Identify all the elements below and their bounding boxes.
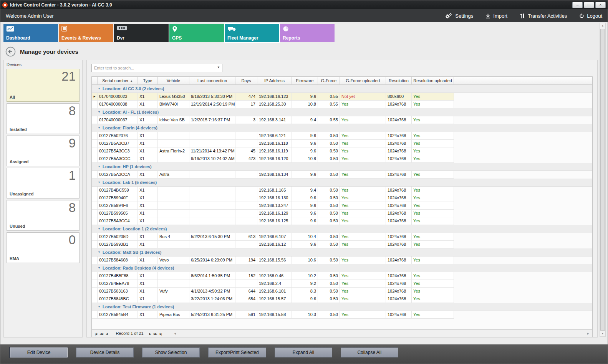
group-row[interactable]: ▾Location: Florin (4 devices) xyxy=(92,124,592,132)
nav-next-icon[interactable]: ▶ xyxy=(149,333,151,335)
tab-fleet-manager[interactable]: Fleet Manager xyxy=(225,24,279,42)
chevron-down-icon[interactable]: ▼ xyxy=(217,66,220,69)
column-header-resolution[interactable]: Resolution xyxy=(386,77,412,85)
vertical-scrollbar[interactable]: ▲ ▼ xyxy=(600,23,606,337)
search-input[interactable] xyxy=(92,64,222,72)
scroll-down-icon[interactable]: ▼ xyxy=(600,331,605,336)
cell-days: 474 xyxy=(235,93,257,101)
group-row[interactable]: ▾Location: Location 1 (2 devices) xyxy=(92,225,592,233)
device-row[interactable]: 00127B5A3CC3X1Astra Florin-211/21/2014 4… xyxy=(92,147,592,155)
column-header-ip[interactable]: IP Address xyxy=(257,77,292,85)
column-header-last_connection[interactable]: Last connection xyxy=(189,77,235,85)
cell-ip: 192.168.16.118 xyxy=(257,140,292,147)
cell-serial: 00127B502076 xyxy=(98,132,138,140)
tab-reports[interactable]: Reports xyxy=(280,24,335,42)
group-row[interactable]: ▾Location: HP (1 devices) xyxy=(92,163,592,171)
filter-card-all[interactable]: 21All xyxy=(7,69,80,102)
filter-card-unassigned[interactable]: 1Unassigned xyxy=(7,168,80,199)
device-row[interactable]: 00127B5845BCX13/22/2013 1:24:06 PM654192… xyxy=(92,295,592,303)
column-header-gforce_uploaded[interactable]: G-Force uploaded xyxy=(340,77,386,85)
device-details-button[interactable]: Device Details xyxy=(76,347,134,357)
toolbar-action-settings[interactable]: Settings xyxy=(445,13,473,19)
column-header-days[interactable]: Days xyxy=(235,77,257,85)
device-row[interactable]: 00127B59940FX1192.168.16.1309.60.50Yes10… xyxy=(92,194,592,202)
column-header-resolution_uploaded[interactable]: Resolution uploaded xyxy=(412,77,454,85)
tab-events-reviews[interactable]: Events & Reviews xyxy=(59,24,113,42)
group-row[interactable]: ▾Location: Radu Desktop (4 devices) xyxy=(92,264,592,272)
nav-last-icon[interactable]: ▶| xyxy=(160,333,162,335)
group-row[interactable]: ▾Location: Al - FL (1 devices) xyxy=(92,108,592,116)
device-row[interactable]: 00127B599505X1192.168.16.1299.60.50Yes10… xyxy=(92,210,592,217)
cell-last_connection: 3/22/2013 1:24:06 PM xyxy=(189,295,235,303)
row-filler xyxy=(454,187,592,194)
filter-card-rma[interactable]: 0RMA xyxy=(7,232,80,263)
device-row[interactable]: 00127B5A3CCAX1Astra192.168.16.1349.60.50… xyxy=(92,171,592,179)
cell-last_connection: 5/2/2013 6:15:30 PM xyxy=(189,233,235,241)
group-row[interactable]: ▾Location: Al CC 3.0 (2 devices) xyxy=(92,85,592,93)
filter-card-assigned[interactable]: 9Assigned xyxy=(7,136,80,166)
export-print-selected-button[interactable]: Export/Print Selected xyxy=(208,347,266,357)
column-header-type[interactable]: Type xyxy=(138,77,158,85)
nav-first-icon[interactable]: |◀ xyxy=(95,333,97,335)
hscroll-left-icon[interactable]: ◀ xyxy=(174,332,176,335)
device-row[interactable]: 00127B50205DX1Bus 45/2/2013 6:15:30 PM61… xyxy=(92,233,592,241)
reports-pie-icon xyxy=(283,26,332,33)
group-row[interactable]: ▾Location: Lab 1 (5 devices) xyxy=(92,179,592,187)
cell-ip: 192.168.16.123 xyxy=(257,93,292,101)
device-row[interactable]: ►017040000023X1Lexus GS3509/18/2013 5:30… xyxy=(92,93,592,101)
tab-gps[interactable]: GPS xyxy=(169,24,224,42)
close-button[interactable]: × xyxy=(595,2,606,8)
maximize-button[interactable]: □ xyxy=(584,2,594,8)
nav-prev-icon[interactable]: ◀ xyxy=(106,333,107,335)
device-row[interactable]: 00127B503163X1Vufy4/1/2013 4:50:32 PM644… xyxy=(92,288,592,295)
column-header-vehicle[interactable]: Vehicle xyxy=(158,77,189,85)
device-row[interactable]: 017040000037X1idrive Van SB1/2/2015 7:16… xyxy=(92,116,592,124)
header-filler xyxy=(454,77,592,85)
device-row[interactable]: 00127B584608X1Vovo6/25/2014 6:23:09 PM19… xyxy=(92,256,592,264)
device-row[interactable]: 00127B5A3CC4X1192.168.16.1259.60.50Yes10… xyxy=(92,217,592,225)
toolbar-action-import[interactable]: Import xyxy=(485,13,507,19)
edit-device-button[interactable]: Edit Device xyxy=(10,347,68,357)
cell-serial: 00127B50205D xyxy=(98,233,138,241)
row-filler xyxy=(454,280,592,288)
device-row[interactable]: 017040000038X1BMW740i12/19/2014 2:50:19 … xyxy=(92,101,592,108)
show-selection-button[interactable]: Show Selection xyxy=(142,347,200,357)
collapse-all-button[interactable]: Collapse All xyxy=(341,347,398,357)
cell-firmware: 9.4 xyxy=(292,187,318,194)
toolbar-action-logout[interactable]: Logout xyxy=(579,13,602,19)
scroll-up-icon[interactable]: ▲ xyxy=(600,23,605,28)
cell-resolution: 1024x768 xyxy=(386,194,412,202)
hscroll-right-icon[interactable]: ▶ xyxy=(587,332,589,335)
expand-all-button[interactable]: Expand All xyxy=(275,347,332,357)
device-row[interactable]: 00127B5A3CCCX19/19/2013 10:24:02 AM47319… xyxy=(92,155,592,163)
device-row[interactable]: 00127B502076X1192.168.6.1219.60.50Yes102… xyxy=(92,132,592,140)
device-row[interactable]: 00127B5994F6X1192.168.13.2479.60.50Yes10… xyxy=(92,202,592,210)
cell-type: X1 xyxy=(138,171,158,179)
cell-serial: 00127B5994F6 xyxy=(98,202,138,210)
device-row[interactable]: 00127B4EEA78X1192.168.2.49.20.50Yes1024x… xyxy=(92,280,592,288)
column-header-serial[interactable]: Serial number▲ xyxy=(98,77,138,85)
cell-last_connection: 4/1/2013 4:50:32 PM xyxy=(189,288,235,295)
nav-next-page-icon[interactable]: ▶▶ xyxy=(154,333,157,335)
search-combobox[interactable]: ▼ xyxy=(91,64,222,72)
back-button[interactable] xyxy=(5,46,16,57)
column-header-gforce[interactable]: G-Force xyxy=(318,77,340,85)
scrollbar-thumb[interactable] xyxy=(600,29,605,331)
filter-card-installed[interactable]: 8Installed xyxy=(7,103,80,134)
device-row[interactable]: 00127B4BC559X1192.168.1.1659.40.50Yes102… xyxy=(92,187,592,194)
toolbar-action-transfer-activities[interactable]: Transfer Activities xyxy=(520,13,567,19)
tab-dvr[interactable]: Dvr xyxy=(114,24,169,42)
group-row[interactable]: ▾Location: Test Firmware (1 devices) xyxy=(92,303,592,311)
tab-dashboard[interactable]: Dashboard xyxy=(3,24,58,42)
filter-card-unused[interactable]: 8Unused xyxy=(7,200,80,231)
device-row[interactable]: 00127B5993B1X1192.168.16.129.60.50Yes102… xyxy=(92,241,592,248)
group-row[interactable]: ▾Location: Matt SB (1 devices) xyxy=(92,248,592,256)
column-header-firmware[interactable]: Firmware xyxy=(292,77,318,85)
device-row[interactable]: 00127B5A3CB7X1192.168.16.1189.60.50Yes10… xyxy=(92,140,592,147)
cell-gforce: 0.50 xyxy=(318,140,340,147)
cell-gforce: 0.55 xyxy=(318,116,340,124)
minimize-button[interactable]: – xyxy=(572,2,583,8)
device-row[interactable]: 00127B4B5F88X18/6/2014 1:50:35 PM152192.… xyxy=(92,272,592,280)
nav-prev-page-icon[interactable]: ◀◀ xyxy=(99,333,103,335)
device-row[interactable]: 00127B5845B4X1Pipera Bus5/24/2013 6:31:2… xyxy=(92,311,592,319)
